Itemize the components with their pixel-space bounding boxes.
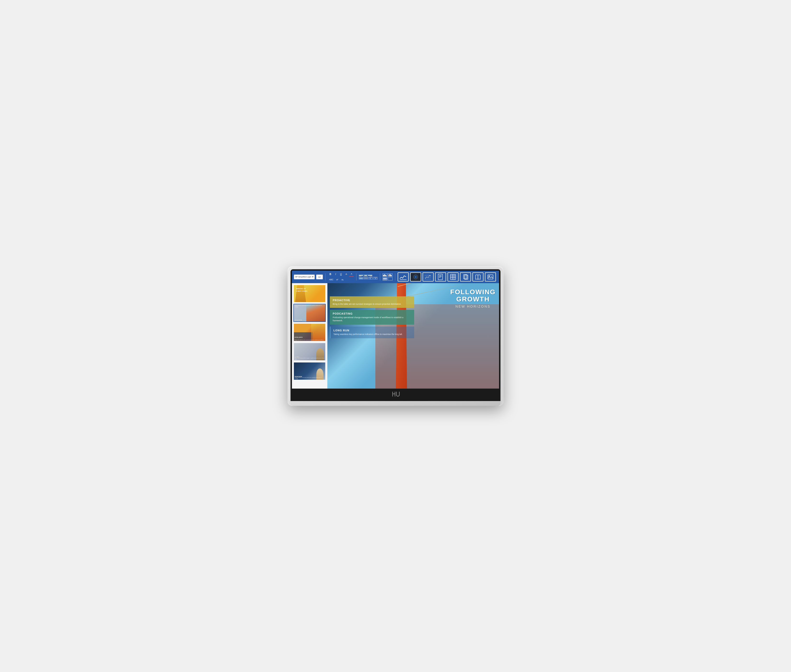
- svg-rect-10: [438, 274, 443, 280]
- slide-2-label: TEAM WORK: [295, 320, 302, 321]
- slide-1-content: BRINGING UP A NEW CHANGE: [294, 285, 325, 302]
- svg-rect-21: [488, 275, 493, 279]
- pages-button[interactable]: [460, 272, 471, 282]
- main-title-line1: FOLLOWING: [450, 288, 496, 296]
- align-group: [359, 274, 377, 279]
- slide-thumbnail-5[interactable]: TEAM WORK Simply activities for the team…: [294, 362, 326, 380]
- main-title-line2: GROWTH: [450, 296, 496, 303]
- separator-2: [356, 274, 356, 280]
- slide-thumbnail-2[interactable]: TEAM WORK Simply activities for the team…: [294, 304, 326, 322]
- svg-rect-14: [450, 274, 456, 280]
- bar-chart-icon-1[interactable]: [383, 274, 387, 277]
- format-buttons: B I U A A ABC A² A₂: [328, 272, 354, 282]
- slide-2-desc: Simply activities for the team lead to b…: [295, 305, 325, 307]
- toggle-circle: [413, 275, 418, 279]
- svg-rect-20: [465, 275, 468, 279]
- dotted-chart-button[interactable]: [423, 272, 433, 282]
- slide-5-content: TEAM WORK Simply activities for the team…: [294, 362, 325, 380]
- line-spacing-group: [359, 277, 377, 279]
- line-spacing-1[interactable]: [359, 277, 363, 279]
- content-boxes: PROACTIVE Bring to the table win-win sur…: [327, 296, 417, 340]
- podcasting-box: PODCASTING Podcasting operational change…: [330, 310, 414, 325]
- slide-thumbnail-3[interactable]: EXCELLENCE Bring to the table win-win su…: [294, 323, 326, 341]
- align-right-button[interactable]: [368, 274, 372, 277]
- align-center-button[interactable]: [363, 274, 368, 277]
- main-title-area: FOLLOWING GROWTH NEW HORIZONS: [450, 288, 496, 309]
- indent-left-button[interactable]: [368, 277, 373, 279]
- align-row-1: [359, 274, 377, 277]
- chart-row-2: [383, 277, 393, 280]
- slides-panel[interactable]: BRINGING UP A NEW CHANGE TEAM WORK Sim: [292, 283, 327, 389]
- longrun-text: Taking seamless key performance indicato…: [334, 333, 411, 336]
- text-doc-button[interactable]: [435, 272, 446, 282]
- slide-3-content: EXCELLENCE Bring to the table win-win su…: [294, 324, 325, 341]
- align-row-2: [359, 277, 377, 279]
- slide-3-accent: [311, 324, 325, 341]
- toggle-dot: [415, 276, 417, 278]
- image-button[interactable]: [485, 272, 496, 282]
- superscript-button[interactable]: A²: [335, 277, 340, 282]
- podcasting-text: Podcasting operational change management…: [333, 316, 411, 322]
- svg-marker-2: [369, 277, 370, 278]
- line-spacing-2[interactable]: [364, 277, 368, 279]
- main-slide-view: FOLLOWING GROWTH NEW HORIZONS PROACTIVE …: [327, 283, 499, 389]
- svg-marker-5: [376, 277, 377, 278]
- font-name-label: HP Simplified Light: [295, 276, 311, 278]
- separator-1: [325, 274, 326, 280]
- indent-right-button[interactable]: [373, 277, 377, 279]
- proactive-title: PROACTIVE: [333, 299, 411, 302]
- bar-chart-icon-2[interactable]: [388, 274, 393, 277]
- hp-logo: [391, 390, 400, 399]
- slide-thumbnail-1[interactable]: BRINGING UP A NEW CHANGE: [294, 285, 326, 303]
- slide-5-desc: Simply activities for the team lead to b…: [295, 377, 325, 379]
- screen-bezel: HP Simplified Light 12 B I U A: [290, 269, 501, 401]
- longrun-title: LONG RUN: [334, 329, 411, 332]
- toolbar: HP Simplified Light 12 B I U A: [292, 271, 499, 283]
- chart-row-1: [383, 274, 393, 277]
- font-dropdown-arrow: [312, 277, 313, 277]
- line-chart-button[interactable]: [398, 272, 409, 282]
- slide-2-content: TEAM WORK Simply activities for the team…: [294, 304, 325, 322]
- content-area: BRINGING UP A NEW CHANGE TEAM WORK Sim: [292, 283, 499, 389]
- shadow-button[interactable]: A: [344, 272, 348, 277]
- bridge-cable-right-1: [400, 283, 493, 284]
- font-size-label: 12: [318, 276, 321, 278]
- slide-3-label: EXCELLENCE: [295, 337, 303, 338]
- color-button[interactable]: A: [349, 272, 354, 277]
- monitor-stand: [290, 401, 501, 406]
- longrun-box: LONG RUN Taking seamless key performance…: [330, 326, 414, 338]
- slide-1-title-2: A NEW CHANGE: [295, 290, 308, 293]
- proactive-box: PROACTIVE Bring to the table win-win sur…: [330, 296, 414, 308]
- podcasting-title: PODCASTING: [333, 312, 411, 315]
- font-size-selector[interactable]: 12: [316, 275, 323, 279]
- svg-point-22: [489, 275, 490, 277]
- bridge-cable-right-2: [403, 283, 493, 283]
- bridge-cable-3: [398, 283, 481, 287]
- main-subtitle: NEW HORIZONS: [450, 304, 496, 308]
- monitor-bottom-bar: [292, 389, 499, 401]
- proactive-text: Bring to the table win-win survival stra…: [333, 302, 411, 306]
- separator-4: [395, 274, 395, 280]
- book-button[interactable]: [472, 272, 483, 282]
- slide-3-desc: Bring to the table win-win survival stra…: [295, 339, 325, 341]
- strikethrough-button[interactable]: ABC: [328, 277, 334, 282]
- monitor: HP Simplified Light 12 B I U A: [288, 266, 503, 406]
- format-row-2: ABC A² A₂: [328, 277, 354, 282]
- slide-4-content: GLOBAL When teams have positive engage i…: [294, 343, 325, 360]
- layout-icon-1[interactable]: [383, 277, 387, 280]
- align-left-button[interactable]: [359, 274, 363, 277]
- layout-icon-2[interactable]: [388, 277, 393, 280]
- subscript-button[interactable]: A₂: [340, 277, 345, 282]
- table-button[interactable]: [448, 272, 459, 282]
- font-selector[interactable]: HP Simplified Light: [294, 275, 315, 279]
- toggle-button[interactable]: [410, 272, 421, 282]
- slide-4-desc: When teams have positive engage in a glo…: [295, 357, 325, 360]
- italic-button[interactable]: I: [333, 272, 338, 277]
- slide-thumbnail-4[interactable]: GLOBAL When teams have positive engage i…: [294, 342, 326, 361]
- screen: HP Simplified Light 12 B I U A: [292, 271, 499, 389]
- bridge-cable-1: [382, 283, 480, 284]
- underline-button[interactable]: U: [339, 272, 343, 277]
- format-row-1: B I U A A: [328, 272, 354, 277]
- chart-icon-group: [383, 274, 393, 280]
- bold-button[interactable]: B: [328, 272, 333, 277]
